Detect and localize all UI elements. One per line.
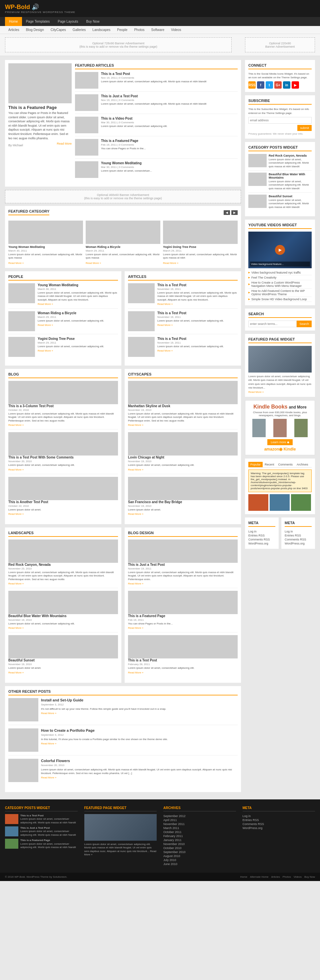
googleplus-icon[interactable]: G+ <box>274 81 282 89</box>
article-read-more[interactable]: Read More » <box>157 302 173 305</box>
archive-link[interactable]: January 2011 <box>163 838 236 842</box>
blog-read-more[interactable]: Read More » <box>8 512 24 515</box>
cityscape-item-title[interactable]: Manhattan Skyline at Dusk <box>128 404 238 408</box>
blog-read-more[interactable]: Read More » <box>8 423 24 426</box>
article-title[interactable]: This is a Test Post <box>101 72 206 76</box>
subnav-landscapes[interactable]: Landscapes <box>89 26 114 33</box>
subnav-photos[interactable]: Photos <box>131 26 148 33</box>
subnav-articles[interactable]: Articles <box>5 26 23 33</box>
article-title[interactable]: Young Women Meditating <box>101 161 152 165</box>
article-title[interactable]: This is a Video Post <box>101 117 167 120</box>
cat-title[interactable]: Woman Riding a Bicycle <box>86 245 160 248</box>
archive-link[interactable]: November 2011 <box>163 822 236 826</box>
recent-item-title[interactable]: How to Create a Portfolio Page <box>41 729 168 732</box>
facebook-icon[interactable]: f <box>257 81 264 89</box>
recent-item-title[interactable]: Colorful Flowers <box>41 759 238 763</box>
subnav-galleries[interactable]: Galleries <box>69 26 89 33</box>
blog-design-item-title[interactable]: This is a Featured Page <box>128 614 238 618</box>
featured-main-title[interactable]: This is a Featured Page <box>8 105 72 110</box>
landscape-item-title[interactable]: Beautiful Sunset <box>8 659 118 662</box>
archive-link[interactable]: June 2010 <box>163 862 236 866</box>
footer-bottom-link[interactable]: Articles <box>271 875 280 878</box>
people-item-title[interactable]: Yogini Doing Tree Pose <box>38 337 104 340</box>
landscape-read-more[interactable]: Read More » <box>8 582 24 585</box>
people-read-more[interactable]: Read More » <box>38 302 53 305</box>
rss-icon[interactable]: RSS <box>248 81 256 89</box>
tab-archives[interactable]: Archives <box>295 462 310 467</box>
footer-bottom-link[interactable]: Videos <box>294 875 302 878</box>
linkedin-icon[interactable]: in <box>283 81 290 89</box>
tab-comments[interactable]: Comments <box>276 462 295 467</box>
people-read-more[interactable]: Read More » <box>38 323 53 326</box>
banner-728[interactable]: Optional 728x90 Banner Advertisement (th… <box>5 37 232 52</box>
footer-post-title[interactable]: This is Just a Test Post <box>20 826 50 829</box>
cat-post-title[interactable]: Beautiful Sunset <box>269 195 312 198</box>
blog-read-more[interactable]: Read More » <box>8 468 24 471</box>
article-title[interactable]: This is a Featured Page <box>101 139 146 143</box>
article-title[interactable]: This is Just a Test Post <box>101 94 206 98</box>
subscribe-email-input[interactable] <box>248 117 312 124</box>
nav-item-buy[interactable]: Buy Now <box>82 17 103 26</box>
archive-link[interactable]: September 2010 <box>163 850 236 854</box>
meta-link[interactable]: Log in <box>285 530 312 533</box>
footer-meta-link[interactable]: WordPress.org <box>243 826 315 830</box>
landscape-read-more[interactable]: Read More » <box>8 627 24 630</box>
people-item-title[interactable]: Young Woman Meditating <box>38 283 118 287</box>
youtube-link[interactable]: How to Create a Custom WordPress Navigat… <box>248 280 312 289</box>
cityscape-read-more[interactable]: Read More » <box>128 468 143 471</box>
cat-read-more[interactable]: Read More » <box>163 262 178 264</box>
archive-link[interactable]: September 2012 <box>163 814 236 818</box>
cat-post-title[interactable]: Red Rock Canyon, Nevada <box>269 154 312 157</box>
kindle-learn-more-button[interactable]: Learn more ◆ <box>267 439 293 445</box>
nav-item-layouts[interactable]: Page Layouts <box>54 17 82 26</box>
subnav-videos[interactable]: Videos <box>168 26 184 33</box>
youtube-link[interactable]: How to Add Featured Content to the WP Op… <box>248 289 312 297</box>
article-item-title[interactable]: This is a Test Post <box>157 337 224 340</box>
subnav-citycapes[interactable]: CityCapes <box>47 26 69 33</box>
subscribe-submit-button[interactable]: submit <box>297 125 312 131</box>
nav-item-templates[interactable]: Page Templates <box>22 17 54 26</box>
archive-link[interactable]: August 2010 <box>163 854 236 858</box>
featured-main-read-more[interactable]: Read More <box>57 142 72 147</box>
cityscape-read-more[interactable]: Read More » <box>128 423 143 426</box>
archive-link[interactable]: March 2011 <box>163 826 236 830</box>
youtube-link[interactable]: Feel The Creativity <box>248 275 312 280</box>
article-item-title[interactable]: This is a Test Post <box>157 311 224 315</box>
landscape-read-more[interactable]: Read More » <box>8 671 24 674</box>
tab-recent[interactable]: Recent <box>263 462 276 467</box>
people-item-title[interactable]: Woman Riding a Bicycle <box>38 311 104 315</box>
search-input[interactable] <box>248 321 297 327</box>
youtube-link[interactable]: Video background featured nyc traffic <box>248 270 312 275</box>
cat-prev-button[interactable]: ◀ <box>224 210 230 215</box>
meta-link[interactable]: Comments RSS <box>285 538 312 541</box>
search-button[interactable]: Search <box>297 321 312 327</box>
footer-meta-link[interactable]: Comments RSS <box>243 822 315 826</box>
cat-title[interactable]: Young Woman Meditating <box>8 245 83 248</box>
blog-item-title[interactable]: This is Another Test Post <box>8 500 118 504</box>
footer-meta-link[interactable]: Log in <box>243 814 315 818</box>
youtube-link[interactable]: Simple Snow HD Video Background Loop <box>248 297 312 302</box>
meta-link[interactable]: Log in <box>248 530 275 533</box>
footer-post-title[interactable]: This is a Featured Page <box>20 839 50 842</box>
landscape-item-title[interactable]: Red Rock Canyon, Nevada <box>8 563 118 566</box>
tab-popular[interactable]: Popular <box>248 462 263 467</box>
featured-page-read-more[interactable]: Read More » <box>248 391 264 393</box>
cat-read-more[interactable]: Read More » <box>8 262 24 264</box>
blog-design-read-more[interactable]: Read More » <box>128 627 143 630</box>
cityscape-item-title[interactable]: Lovin Chicago at Night <box>128 455 238 459</box>
article-item-title[interactable]: This is a Test Post <box>157 283 238 287</box>
cityscape-item-title[interactable]: San Francisco and the Bay Bridge <box>128 500 238 504</box>
footer-bottom-link[interactable]: Alternate Home <box>250 875 269 878</box>
footer-bottom-link[interactable]: Home <box>240 875 247 878</box>
footer-meta-link[interactable]: Entries RSS <box>243 818 315 822</box>
archive-link[interactable]: April 2011 <box>163 818 236 822</box>
people-read-more[interactable]: Read More » <box>38 349 53 352</box>
recent-read-more[interactable]: Read More » <box>41 742 56 745</box>
blog-design-read-more[interactable]: Read More » <box>128 671 143 674</box>
subnav-people[interactable]: People <box>114 26 131 33</box>
nav-item-home[interactable]: Home <box>5 17 22 26</box>
blog-item-title[interactable]: This is a Test Post With Some Comments <box>8 455 118 459</box>
blog-design-item-title[interactable]: This is Just a Test Post <box>128 563 238 566</box>
recent-read-more[interactable]: Read More » <box>41 776 56 779</box>
meta-link[interactable]: Entries RSS <box>248 533 275 538</box>
